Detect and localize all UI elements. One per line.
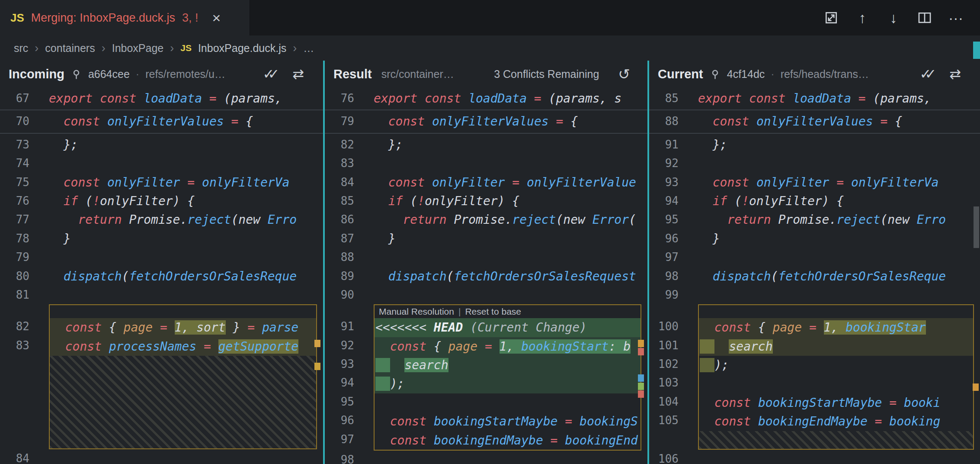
code-line[interactable]: 92 — [649, 154, 980, 173]
hidden-range-separator[interactable] — [649, 108, 980, 112]
undo-icon[interactable]: ↺ — [618, 66, 630, 83]
hidden-range-separator[interactable] — [649, 131, 980, 135]
reset-to-base-action[interactable]: Reset to base — [465, 305, 521, 318]
code-line[interactable]: search — [699, 337, 973, 356]
code-line[interactable]: 84 — [0, 449, 323, 464]
code-line[interactable]: ); — [375, 374, 641, 393]
line-number: 88 — [649, 112, 689, 131]
code-line[interactable] — [699, 374, 973, 393]
code-token: fetchOrdersOrSalesReque — [778, 269, 946, 284]
code-token — [375, 377, 390, 391]
code-token: (params, — [224, 91, 282, 106]
code-line[interactable]: 82 }; — [325, 135, 647, 154]
breadcrumb-item-inboxpage[interactable]: InboxPage — [112, 42, 164, 55]
hidden-range-separator[interactable] — [0, 108, 323, 112]
compare-changes-icon[interactable]: ⇄ — [292, 66, 304, 82]
code-token: = — [543, 433, 565, 448]
more-actions-icon[interactable]: ··· — [947, 9, 964, 26]
code-line[interactable]: ); — [699, 356, 973, 374]
code-line[interactable]: 88 — [325, 248, 647, 267]
code-line[interactable]: 88 const onlyFilterValues = { — [649, 112, 980, 131]
open-changes-icon[interactable] — [823, 9, 840, 26]
code-token: export const — [374, 91, 468, 106]
split-editor-icon[interactable] — [916, 9, 933, 26]
code-line[interactable]: 73 }; — [0, 135, 323, 154]
code-line[interactable]: 84 const onlyFilter = onlyFilterValue — [325, 173, 647, 192]
next-conflict-icon[interactable]: ↓ — [885, 9, 902, 26]
code-line[interactable]: 70 const onlyFilterValues = { — [0, 112, 323, 131]
code-line[interactable]: 76 if (!onlyFilter) { — [0, 192, 323, 210]
code-line[interactable]: 67export const loadData = (params, — [0, 89, 323, 108]
code-line[interactable] — [375, 393, 641, 412]
code-line[interactable]: 76export const loadData = (params, s — [325, 89, 647, 108]
code-text: }; — [40, 135, 78, 154]
code-line[interactable]: const processNames = getSupporte — [50, 337, 316, 356]
chevron-right-icon: › — [293, 42, 297, 55]
incoming-pane-header: Incoming a664cee · refs/remotes/u… ✓✓ ⇄ — [0, 61, 323, 87]
breadcrumb-item-file[interactable]: InboxPage.duck.js — [198, 42, 286, 55]
code-line[interactable]: const { page = 1, bookingStar — [699, 318, 973, 337]
code-line[interactable]: 83 — [325, 154, 647, 173]
code-line[interactable]: <<<<<<< HEAD (Current Change) — [375, 318, 641, 337]
hidden-range-separator[interactable] — [325, 108, 647, 112]
code-line[interactable]: 87 } — [325, 229, 647, 248]
breadcrumb-item-symbol[interactable]: … — [303, 42, 314, 55]
code-line[interactable]: 97 — [649, 248, 980, 267]
hidden-range-separator[interactable] — [0, 131, 323, 135]
editor-tab[interactable]: JS Merging: InboxPage.duck.js 3, ! × — [0, 0, 250, 35]
code-line[interactable]: 98 — [325, 451, 647, 464]
current-pane-title: Current — [658, 67, 703, 81]
code-line[interactable]: 89 dispatch(fetchOrdersOrSalesRequest — [325, 267, 647, 286]
manual-resolution-action[interactable]: Manual Resolution — [379, 305, 454, 318]
code-line[interactable]: 80 dispatch(fetchOrdersOrSalesReque — [0, 267, 323, 286]
code-line[interactable]: 85export const loadData = (params, — [649, 89, 980, 108]
code-line[interactable]: const bookingEndMaybe = bookingEnd — [375, 431, 641, 450]
code-line[interactable]: const { page = 1, bookingStart: b — [375, 337, 641, 356]
code-line[interactable]: 94 if (!onlyFilter) { — [649, 192, 980, 210]
accept-all-incoming-icon[interactable]: ✓✓ — [263, 66, 280, 82]
code-line[interactable]: 96 } — [649, 229, 980, 248]
code-token: ( — [734, 194, 742, 208]
conflict-region-box: Manual Resolution|Reset to base<<<<<<< H… — [374, 304, 641, 451]
code-token: Error — [592, 213, 629, 227]
scrollbar-thumb[interactable] — [974, 206, 979, 248]
code-line[interactable]: 99 — [649, 286, 980, 304]
code-line[interactable]: 90 — [325, 286, 647, 304]
line-number: 88 — [325, 248, 365, 267]
code-line[interactable]: 85 if (!onlyFilter) { — [325, 192, 647, 210]
code-line[interactable]: 93 const onlyFilter = onlyFilterVa — [649, 173, 980, 192]
incoming-branch-ref: refs/remotes/u… — [145, 68, 225, 81]
code-text — [689, 286, 698, 304]
code-line[interactable]: const bookingStartMaybe = bookingS — [375, 412, 641, 431]
code-line[interactable]: 75 const onlyFilter = onlyFilterVa — [0, 173, 323, 192]
code-token: fetchOrdersOrSalesRequest — [454, 269, 636, 284]
code-line[interactable]: const bookingStartMaybe = booki — [699, 393, 973, 412]
breadcrumb-item-src[interactable]: src — [14, 42, 28, 55]
close-icon[interactable]: × — [212, 10, 221, 26]
code-line[interactable]: 91 }; — [649, 135, 980, 154]
compare-changes-icon[interactable]: ⇄ — [949, 66, 961, 82]
accept-all-current-icon[interactable]: ✓✓ — [920, 66, 937, 82]
code-line[interactable]: 86 return Promise.reject(new Error( — [325, 210, 647, 229]
line-number: 73 — [0, 135, 40, 154]
code-line[interactable]: search — [375, 356, 641, 374]
code-line[interactable]: const bookingEndMaybe = booking — [699, 412, 973, 431]
breadcrumb-item-containers[interactable]: containers — [45, 42, 95, 55]
code-line[interactable]: const { page = 1, sort } = parse — [50, 318, 316, 337]
code-token: const — [65, 339, 109, 354]
code-line[interactable]: 79 const onlyFilterValues = { — [325, 112, 647, 131]
line-number: 81 — [0, 286, 40, 304]
line-number: 93 — [649, 173, 689, 192]
code-line[interactable]: 78 } — [0, 229, 323, 248]
code-line[interactable]: 98 dispatch(fetchOrdersOrSalesReque — [649, 267, 980, 286]
code-line[interactable]: 81 — [0, 286, 323, 304]
hidden-range-separator[interactable] — [325, 131, 647, 135]
code-line[interactable]: 79 — [0, 248, 323, 267]
code-line[interactable]: 95 return Promise.reject(new Erro — [649, 210, 980, 229]
code-line[interactable]: 106 — [649, 450, 980, 464]
code-text — [689, 450, 698, 464]
line-number: 104 — [649, 393, 689, 411]
previous-conflict-icon[interactable]: ↑ — [854, 9, 871, 26]
code-line[interactable]: 74 — [0, 154, 323, 173]
code-line[interactable]: 77 return Promise.reject(new Erro — [0, 210, 323, 229]
